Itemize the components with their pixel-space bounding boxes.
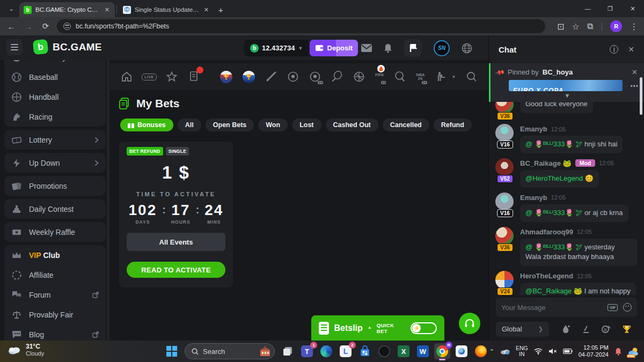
baseball-icon[interactable] bbox=[265, 70, 277, 84]
mention[interactable]: @ 🌷ᴮᴵᴸᴸᴵ333🌷 🕊 bbox=[525, 140, 582, 148]
bcgame-logo[interactable]: b BC.GAME bbox=[33, 40, 102, 54]
betslip-bar[interactable]: Betslip ▲ QUICK BET ⚡ bbox=[311, 315, 444, 341]
chat-username[interactable]: HeroTheLegend bbox=[520, 272, 573, 280]
reload-icon[interactable]: ⟳ bbox=[40, 21, 52, 31]
chat-info-icon[interactable]: i bbox=[610, 45, 618, 54]
fifa-24-icon[interactable]: FIFA 24 bbox=[375, 70, 384, 84]
chat-room-selector[interactable]: Global ❯ bbox=[496, 322, 549, 337]
coin-drop-icon[interactable]: b bbox=[602, 325, 611, 333]
rain-icon[interactable] bbox=[562, 324, 570, 334]
taskbar-app-teams[interactable]: T1 bbox=[299, 343, 315, 359]
widgets-weather[interactable]: PRE bbox=[628, 347, 639, 356]
tab-search-caret-icon[interactable]: ⌄ bbox=[4, 2, 18, 16]
chat-close-icon[interactable]: ✕ bbox=[628, 45, 634, 54]
taskbar-clock[interactable]: 12:05 PM 04-07-2024 bbox=[579, 344, 609, 358]
user-avatar[interactable]: SN bbox=[434, 40, 450, 56]
table-tennis-icon[interactable] bbox=[394, 70, 406, 84]
my-bets-icon[interactable] bbox=[188, 70, 200, 84]
balance-selector[interactable]: b 12.432734 ▼ bbox=[244, 40, 309, 56]
restore-button[interactable]: ❐ bbox=[599, 0, 621, 17]
pinned-close-icon[interactable]: ✕ bbox=[632, 68, 638, 76]
filter-cancelled[interactable]: Cancelled bbox=[383, 119, 429, 131]
sidebar-scrollbar[interactable] bbox=[107, 60, 109, 341]
tab-bcgame[interactable]: b BC.GAME: Crypto Casino Game ✕ bbox=[19, 2, 115, 17]
sidebar-item-handball[interactable]: Handball bbox=[4, 87, 106, 107]
avatar[interactable] bbox=[495, 193, 514, 211]
tray-chevron-icon[interactable]: ⌃ bbox=[489, 348, 494, 355]
basketball-icon[interactable] bbox=[353, 70, 365, 84]
sidebar-item-ice-hockey[interactable]: Ice Hockey bbox=[4, 60, 106, 67]
taskbar-app-firefox[interactable] bbox=[473, 343, 489, 359]
taskbar-app-store[interactable] bbox=[357, 343, 373, 359]
mail-icon[interactable] bbox=[361, 44, 372, 52]
chat-scrollbar[interactable] bbox=[640, 77, 642, 115]
chat-username[interactable]: Emanyb bbox=[520, 194, 547, 202]
mention[interactable]: @HeroTheLegend bbox=[525, 174, 583, 182]
menu-kebab-icon[interactable]: ⋮ bbox=[630, 21, 638, 32]
support-button[interactable] bbox=[459, 313, 480, 334]
copa-america-icon[interactable]: 🏆 bbox=[220, 70, 232, 84]
all-events-button[interactable]: All Events bbox=[127, 233, 225, 251]
taskbar-app-chrome[interactable]: R bbox=[434, 343, 450, 359]
slash-command-icon[interactable] bbox=[582, 326, 590, 333]
sidebar-item-baseball[interactable]: Baseball bbox=[4, 67, 106, 87]
sidebar-item-blog[interactable]: Blog bbox=[4, 324, 106, 341]
gif-icon[interactable]: GIF bbox=[608, 304, 618, 311]
taskbar-app-task-view[interactable] bbox=[280, 343, 296, 359]
taskbar-app-loop[interactable]: L2 bbox=[338, 343, 354, 359]
language-globe-icon[interactable] bbox=[462, 43, 472, 54]
cast-icon[interactable]: ⊡ bbox=[557, 21, 564, 32]
mention[interactable]: @ 🌷ᴮᴵᴸᴸᴵ333🌷 🕊 bbox=[525, 243, 582, 251]
taskbar-app-excel[interactable]: X bbox=[396, 343, 412, 359]
taskbar-search[interactable]: Search bbox=[185, 343, 275, 359]
chat-username[interactable]: Emanyb bbox=[520, 125, 547, 133]
chevron-down-icon[interactable]: ▼ bbox=[452, 75, 456, 79]
favorites-icon[interactable] bbox=[166, 70, 178, 84]
bookmark-star-icon[interactable]: ☆ bbox=[572, 21, 579, 32]
back-icon[interactable]: ← bbox=[5, 22, 17, 31]
site-settings-icon[interactable] bbox=[63, 23, 71, 30]
wifi-icon[interactable] bbox=[534, 348, 543, 354]
nba-2k24-icon[interactable]: NBA2K24 bbox=[416, 70, 425, 84]
extensions-icon[interactable]: ⧉ bbox=[587, 21, 593, 31]
avatar[interactable] bbox=[495, 227, 514, 245]
sidebar-item-lottery[interactable]: Lottery bbox=[4, 130, 106, 150]
start-button[interactable] bbox=[164, 343, 180, 359]
filter-lost[interactable]: Lost bbox=[292, 119, 321, 131]
tab-close-icon[interactable]: ✕ bbox=[203, 6, 210, 13]
soccer-icon[interactable] bbox=[287, 70, 299, 84]
notification-bell-icon[interactable] bbox=[614, 348, 622, 356]
sidebar-item-vip-club[interactable]: VIP Club bbox=[4, 245, 106, 265]
minimize-button[interactable]: — bbox=[576, 0, 599, 17]
close-button[interactable]: ✕ bbox=[621, 0, 644, 17]
tab-status-update[interactable]: Ⓒ Single Status Update from 07/0 ✕ bbox=[119, 2, 214, 17]
avatar[interactable] bbox=[495, 158, 514, 176]
sidebar-item-affiliate[interactable]: Affiliate bbox=[4, 265, 106, 285]
battery-icon[interactable] bbox=[563, 349, 573, 354]
sidebar-item-racing[interactable]: Racing bbox=[4, 107, 106, 127]
read-to-activate-button[interactable]: READ TO ACTIVATE bbox=[127, 262, 225, 278]
pinned-expand-icon[interactable]: ▼ bbox=[565, 92, 570, 99]
avatar[interactable] bbox=[495, 271, 514, 289]
chat-username[interactable]: BC_Raikage 🐸 bbox=[520, 159, 572, 167]
chat-username[interactable]: Ahmadfarooq99 bbox=[520, 228, 573, 236]
filter-bonuses[interactable]: Bonuses bbox=[120, 119, 173, 131]
home-icon[interactable] bbox=[121, 70, 133, 84]
tennis-icon[interactable] bbox=[331, 70, 343, 84]
pinned-banner-image[interactable]: EURO X COPA bbox=[509, 80, 623, 91]
filter-all[interactable]: All bbox=[178, 119, 201, 131]
quick-bet-toggle[interactable]: ⚡ bbox=[411, 322, 437, 334]
sidebar-item-weekly-raffle[interactable]: Weekly Raffle bbox=[4, 222, 106, 242]
taskbar-weather[interactable]: 31°C Cloudy bbox=[8, 343, 44, 357]
trophy-icon[interactable] bbox=[623, 325, 631, 334]
tab-close-icon[interactable]: ✕ bbox=[104, 6, 111, 13]
sidebar-item-provably-fair[interactable]: Provably Fair bbox=[4, 305, 106, 324]
forward-icon[interactable]: → bbox=[23, 22, 34, 31]
sidebar-item-daily-contest[interactable]: Daily Contest bbox=[4, 199, 106, 219]
avatar[interactable] bbox=[495, 124, 514, 142]
onedrive-icon[interactable] bbox=[500, 348, 510, 354]
sidebar-item-promotions[interactable]: Promotions bbox=[4, 176, 106, 196]
emoji-icon[interactable] bbox=[623, 303, 632, 312]
taskbar-app-camera[interactable] bbox=[453, 343, 470, 359]
soccer-24-icon[interactable]: 24 bbox=[309, 70, 321, 84]
